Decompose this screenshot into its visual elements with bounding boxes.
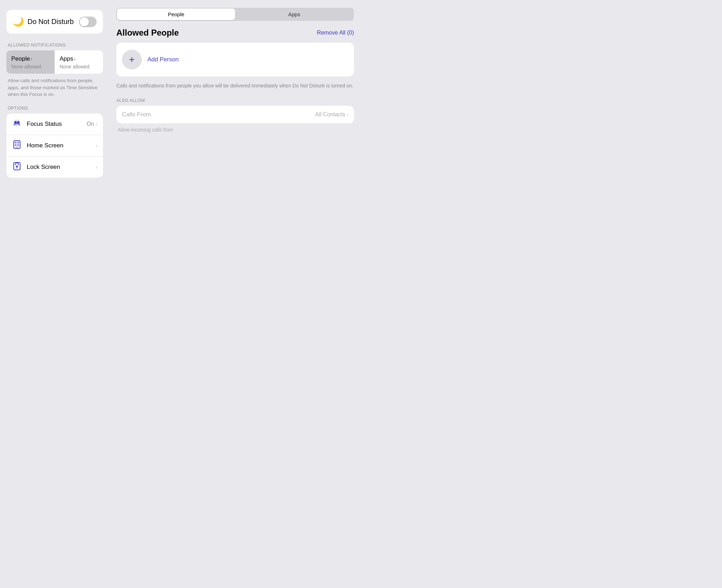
people-chevron-icon: ›	[31, 56, 32, 62]
lock-screen-icon	[12, 162, 22, 172]
svg-rect-4	[15, 142, 17, 143]
do-not-disturb-card: 🌙 Do Not Disturb	[6, 10, 103, 33]
lock-screen-chevron: ›	[96, 164, 97, 170]
add-person-circle: +	[122, 50, 142, 69]
svg-point-1	[14, 121, 17, 123]
home-screen-row[interactable]: Home Screen ›	[6, 135, 103, 156]
tab-people[interactable]: People	[117, 8, 235, 20]
home-screen-icon	[12, 140, 22, 151]
lock-screen-chevron-icon: ›	[96, 164, 97, 170]
calls-from-row[interactable]: Calls From All Contacts ›	[116, 106, 354, 123]
dnd-label: Do Not Disturb	[27, 18, 74, 26]
allowed-title: Allowed People	[116, 28, 179, 38]
focus-status-icon	[12, 119, 22, 129]
options-section: OPTIONS Focus Status On ›	[6, 106, 103, 178]
segmented-control: People Apps	[116, 8, 354, 21]
also-allow-label: ALSO ALLOW	[116, 98, 354, 103]
focus-status-chevron-icon: ›	[96, 121, 97, 127]
home-screen-chevron-icon: ›	[96, 142, 97, 148]
allowed-notifications-label: ALLOWED NOTIFICATIONS	[6, 43, 103, 48]
add-person-card[interactable]: + Add Person	[116, 43, 354, 76]
svg-rect-8	[16, 147, 18, 148]
notif-description: Allow calls and notifications from peopl…	[6, 74, 103, 98]
people-notif-title: People›	[11, 55, 50, 62]
options-card: Focus Status On ›	[6, 114, 103, 178]
also-allow-card: Calls From All Contacts ›	[116, 106, 354, 123]
moon-icon: 🌙	[13, 16, 24, 27]
apps-notif-title: Apps›	[60, 55, 98, 62]
people-description: Calls and notifications from people you …	[116, 82, 354, 90]
calls-from-label: Calls From	[122, 111, 151, 118]
home-screen-label: Home Screen	[27, 142, 91, 149]
dnd-toggle[interactable]	[79, 17, 97, 27]
people-notif-sub: None allowed	[11, 64, 50, 69]
tab-apps[interactable]: Apps	[235, 8, 353, 20]
right-panel: People Apps Allowed People Remove All (0…	[109, 0, 361, 294]
left-panel: 🌙 Do Not Disturb ALLOWED NOTIFICATIONS P…	[0, 0, 109, 294]
focus-status-label: Focus Status	[27, 121, 82, 128]
home-screen-chevron: ›	[96, 142, 97, 148]
svg-rect-7	[17, 144, 19, 146]
svg-point-2	[17, 121, 20, 123]
people-notif-button[interactable]: People› None allowed	[6, 50, 55, 74]
allowed-notifications-section: ALLOWED NOTIFICATIONS People› None allow…	[6, 43, 103, 98]
remove-all-button[interactable]: Remove All (0)	[317, 30, 354, 36]
calls-from-value: All Contacts ›	[315, 111, 348, 118]
focus-status-row[interactable]: Focus Status On ›	[6, 114, 103, 135]
svg-point-0	[13, 120, 20, 127]
apps-chevron-icon: ›	[74, 56, 76, 62]
notif-buttons: People› None allowed Apps› None allowed	[6, 50, 103, 74]
allow-incoming-text: Allow incoming calls from	[116, 123, 354, 133]
svg-rect-6	[15, 144, 17, 146]
add-person-label: Add Person	[147, 56, 179, 63]
lock-screen-row[interactable]: Lock Screen ›	[6, 156, 103, 178]
calls-from-chevron-icon: ›	[347, 112, 348, 117]
lock-screen-label: Lock Screen	[27, 164, 91, 171]
allowed-header: Allowed People Remove All (0)	[116, 28, 354, 38]
apps-notif-button[interactable]: Apps› None allowed	[55, 50, 103, 74]
focus-status-value: On ›	[87, 121, 97, 127]
options-label: OPTIONS	[6, 106, 103, 111]
dnd-left: 🌙 Do Not Disturb	[13, 16, 74, 27]
apps-notif-sub: None allowed	[60, 64, 98, 69]
svg-rect-5	[17, 142, 19, 143]
